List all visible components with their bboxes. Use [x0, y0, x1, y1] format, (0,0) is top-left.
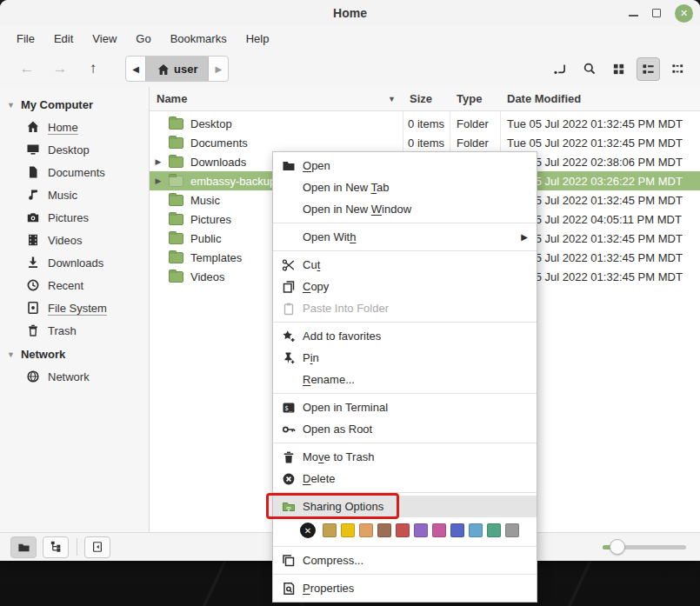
- color-swatch-brown[interactable]: [377, 523, 391, 537]
- menu-item-open-with[interactable]: Open With ▶: [273, 226, 537, 248]
- window-controls: ✕: [629, 0, 693, 26]
- color-swatch-light-blue[interactable]: [469, 523, 483, 537]
- color-swatch-red[interactable]: [396, 523, 410, 537]
- menu-item-pin[interactable]: Pin: [273, 347, 537, 369]
- sidebar-item-label: File System: [48, 302, 107, 315]
- expander-icon[interactable]: ▶: [153, 176, 163, 185]
- menu-file[interactable]: File: [7, 29, 44, 49]
- menu-item-open-as-root[interactable]: Open as Root: [273, 418, 537, 440]
- sidebar-item-label: Documents: [48, 166, 105, 179]
- menu-item-label: Open in New Tab: [303, 181, 390, 194]
- menu-item-cut[interactable]: Cut: [273, 254, 537, 276]
- sidebar-item-home[interactable]: Home: [0, 116, 149, 138]
- search-icon[interactable]: [577, 57, 601, 81]
- sidebar-item-pictures[interactable]: Pictures: [0, 206, 149, 229]
- globe-icon: [26, 370, 40, 383]
- menu-item-rename[interactable]: Rename...: [273, 369, 537, 390]
- places-view-icon[interactable]: [10, 536, 37, 558]
- menu-edit[interactable]: Edit: [44, 29, 83, 49]
- file-row-documents[interactable]: Documents 0 items Folder Tue 05 Jul 2022…: [150, 133, 700, 152]
- column-header-name[interactable]: Name ▼: [150, 92, 403, 105]
- sidebar-item-file-system[interactable]: File System: [0, 296, 149, 319]
- menu-separator: [273, 443, 537, 443]
- sidebar-item-videos[interactable]: Videos: [0, 229, 149, 251]
- file-name: Videos: [190, 270, 225, 283]
- menu-view[interactable]: View: [83, 29, 126, 49]
- collapse-triangle-icon[interactable]: ▼: [7, 350, 15, 359]
- scissors-icon: [282, 258, 296, 272]
- color-swatch-gray[interactable]: [505, 523, 519, 537]
- color-swatch-orange[interactable]: [359, 523, 373, 537]
- hide-sidebar-icon[interactable]: [84, 536, 110, 558]
- color-swatch-teal[interactable]: [487, 523, 501, 537]
- column-header-size[interactable]: Size: [403, 92, 450, 105]
- sidebar-section-my-computer: ▼ My Computer Home Desktop Documents: [0, 94, 149, 342]
- menu-separator: [273, 492, 537, 493]
- folder-icon: [169, 214, 183, 225]
- titlebar[interactable]: Home ✕: [0, 0, 700, 26]
- minimize-button[interactable]: [629, 15, 638, 17]
- menu-item-open-in-new-tab[interactable]: Open in New Tab: [273, 176, 537, 198]
- color-swatch-purple[interactable]: [414, 523, 428, 537]
- remove-color-icon[interactable]: ✕: [300, 523, 316, 538]
- back-icon[interactable]: ←: [10, 60, 43, 77]
- sidebar-item-label: Recent: [48, 279, 83, 292]
- close-button[interactable]: ✕: [675, 4, 693, 23]
- sidebar-item-documents[interactable]: Documents: [0, 161, 149, 183]
- file-row-desktop[interactable]: Desktop 0 items Folder Tue 05 Jul 2022 0…: [150, 114, 700, 133]
- forward-icon[interactable]: →: [43, 60, 77, 77]
- list-view-icon[interactable]: [637, 57, 660, 81]
- up-icon[interactable]: ↑: [77, 60, 110, 77]
- menu-item-label: Open as Root: [303, 423, 372, 436]
- menu-item-compress[interactable]: Compress...: [273, 549, 537, 571]
- sidebar-header-my-computer[interactable]: ▼ My Computer: [0, 94, 149, 116]
- folder-icon: [169, 252, 183, 263]
- menu-item-copy[interactable]: Copy: [273, 276, 537, 297]
- sidebar-item-trash[interactable]: Trash: [0, 319, 149, 342]
- column-header-date-modified[interactable]: Date Modified: [500, 92, 700, 105]
- file-name: Documents: [190, 137, 248, 150]
- menu-item-properties[interactable]: Properties: [273, 577, 537, 599]
- color-swatch-pink[interactable]: [432, 523, 446, 537]
- sidebar-item-network[interactable]: Network: [0, 365, 149, 388]
- breadcrumb-left-chevron-icon[interactable]: ◀: [126, 57, 145, 81]
- expander-icon[interactable]: ▶: [153, 157, 163, 166]
- zoom-slider-knob[interactable]: [610, 539, 625, 555]
- clipboard-icon: [282, 302, 296, 316]
- menu-item-label: Move to Trash: [303, 450, 374, 463]
- sidebar-item-label: Home: [48, 121, 78, 134]
- sidebar-item-recent[interactable]: Recent: [0, 274, 149, 296]
- breadcrumb-user-segment[interactable]: user: [145, 57, 209, 81]
- menu-item-add-to-favorites[interactable]: Add to favorites: [273, 325, 537, 347]
- menu-help[interactable]: Help: [237, 29, 279, 49]
- column-header-type[interactable]: Type: [450, 92, 500, 105]
- color-swatch-yellow[interactable]: [341, 523, 355, 537]
- collapse-triangle-icon[interactable]: ▼: [7, 101, 15, 110]
- zoom-slider[interactable]: [603, 539, 686, 555]
- compact-view-icon[interactable]: [666, 57, 690, 81]
- tree-view-icon[interactable]: [43, 536, 69, 558]
- menu-item-open-in-new-window[interactable]: Open in New Window: [273, 198, 537, 220]
- menu-item-delete[interactable]: Delete: [273, 468, 537, 489]
- menu-item-sharing-options[interactable]: Sharing Options: [273, 496, 537, 517]
- sidebar-item-downloads[interactable]: Downloads: [0, 251, 149, 274]
- menu-item-open[interactable]: Open: [273, 155, 537, 176]
- menu-separator: [273, 574, 537, 575]
- color-swatch-tan[interactable]: [323, 523, 337, 537]
- icon-view-icon[interactable]: [607, 57, 630, 81]
- file-date: Tue 05 Jul 2022 01:32:45 PM MDT: [500, 137, 700, 150]
- trash-icon: [282, 450, 296, 464]
- breadcrumb-right-chevron-icon[interactable]: ▶: [209, 57, 228, 81]
- sidebar-item-label: Videos: [48, 234, 83, 247]
- sidebar-item-desktop[interactable]: Desktop: [0, 138, 149, 161]
- menu-go[interactable]: Go: [126, 29, 160, 49]
- location-entry-icon[interactable]: [548, 57, 571, 81]
- menu-bookmarks[interactable]: Bookmarks: [161, 29, 237, 49]
- sidebar-header-network[interactable]: ▼ Network: [0, 343, 149, 365]
- menu-item-move-to-trash[interactable]: Move to Trash: [273, 446, 537, 468]
- menu-item-open-in-terminal[interactable]: $_ Open in Terminal: [273, 396, 537, 418]
- color-swatch-blue[interactable]: [450, 523, 464, 537]
- menu-separator: [273, 223, 537, 223]
- sidebar-item-music[interactable]: Music: [0, 183, 149, 206]
- maximize-button[interactable]: [652, 9, 661, 17]
